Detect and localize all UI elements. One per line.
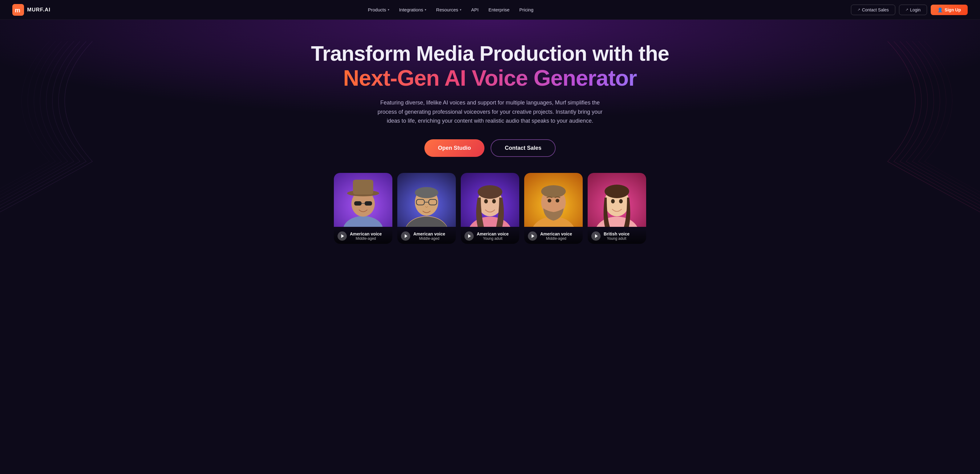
svg-point-30 — [541, 185, 566, 198]
hero-title: Transform Media Production with the Next… — [6, 41, 974, 91]
card-voice-type-2: American voice — [413, 231, 445, 236]
svg-point-25 — [492, 199, 496, 203]
logo[interactable]: m MURF.AI — [12, 4, 51, 16]
hero-cta: Open Studio Contact Sales — [6, 139, 974, 157]
voice-card-3: American voice Young adult — [461, 173, 519, 244]
svg-point-24 — [484, 199, 488, 203]
card-avatar-3 — [461, 173, 519, 227]
login-arrow-icon: ↗ — [905, 8, 908, 12]
chevron-down-icon: ▾ — [388, 8, 389, 11]
card-voice-type-4: American voice — [540, 231, 572, 236]
open-studio-button[interactable]: Open Studio — [425, 139, 484, 157]
svg-point-37 — [605, 185, 629, 198]
play-icon-5 — [595, 234, 598, 238]
voice-card-1: American voice Middle-aged — [334, 173, 392, 244]
card-footer-5: British voice Young adult — [588, 228, 646, 244]
play-icon-4 — [531, 234, 535, 238]
signup-label: Sign Up — [945, 7, 961, 12]
nav-links: Products▾Integrations▾Resources▾APIEnter… — [368, 7, 533, 12]
card-footer-1: American voice Middle-aged — [334, 228, 392, 244]
play-icon-2 — [405, 234, 407, 238]
contact-sales-button[interactable]: ↗ Contact Sales — [851, 5, 895, 15]
svg-text:m: m — [15, 7, 20, 14]
card-voice-type-1: American voice — [350, 231, 382, 236]
play-icon-3 — [468, 234, 471, 238]
chevron-down-icon: ▾ — [425, 8, 426, 11]
chevron-down-icon: ▾ — [460, 8, 461, 11]
card-info-1: American voice Middle-aged — [350, 231, 382, 241]
play-button-2[interactable] — [401, 231, 410, 241]
card-footer-4: American voice Middle-aged — [524, 228, 583, 244]
nav-link-pricing[interactable]: Pricing — [519, 7, 533, 12]
hero-title-white: Transform Media Production with the — [311, 41, 669, 65]
card-footer-2: American voice Middle-aged — [397, 228, 456, 244]
card-footer-3: American voice Young adult — [461, 228, 519, 244]
svg-rect-8 — [354, 201, 361, 206]
card-voice-age-1: Middle-aged — [350, 236, 382, 241]
murf-logo-icon: m — [12, 4, 24, 16]
nav-link-api[interactable]: API — [471, 7, 479, 12]
card-info-3: American voice Young adult — [477, 231, 509, 241]
svg-point-31 — [547, 199, 551, 203]
card-voice-age-4: Middle-aged — [540, 236, 572, 241]
brand-name: MURF.AI — [27, 7, 51, 13]
card-avatar-2 — [397, 173, 456, 227]
card-voice-type-5: British voice — [604, 231, 630, 236]
play-button-1[interactable] — [337, 231, 347, 241]
external-link-icon: ↗ — [858, 8, 860, 12]
card-voice-age-2: Middle-aged — [413, 236, 445, 241]
svg-point-38 — [611, 199, 615, 203]
card-info-2: American voice Middle-aged — [413, 231, 445, 241]
svg-point-39 — [619, 199, 623, 203]
svg-point-15 — [415, 187, 438, 198]
play-button-5[interactable] — [591, 231, 601, 241]
card-voice-type-3: American voice — [477, 231, 509, 236]
card-avatar-5 — [588, 173, 646, 227]
voice-card-4: American voice Middle-aged — [524, 173, 583, 244]
play-button-4[interactable] — [528, 231, 537, 241]
card-voice-age-3: Young adult — [477, 236, 509, 241]
svg-rect-9 — [365, 201, 372, 206]
nav-link-products[interactable]: Products▾ — [368, 7, 389, 12]
voice-cards-container: American voice Middle-aged — [6, 173, 974, 244]
signup-button[interactable]: 👤 Sign Up — [931, 5, 968, 15]
card-avatar-4 — [524, 173, 583, 227]
contact-sales-label: Contact Sales — [862, 7, 889, 12]
navbar: m MURF.AI Products▾Integrations▾Resource… — [0, 0, 980, 20]
user-icon: 👤 — [937, 7, 943, 12]
nav-actions: ↗ Contact Sales ↗ Login 👤 Sign Up — [851, 5, 968, 15]
voice-card-2: American voice Middle-aged — [397, 173, 456, 244]
login-button[interactable]: ↗ Login — [899, 5, 927, 15]
login-label: Login — [910, 7, 921, 12]
play-button-3[interactable] — [465, 231, 474, 241]
card-info-4: American voice Middle-aged — [540, 231, 572, 241]
svg-rect-7 — [353, 180, 373, 195]
voice-card-5: British voice Young adult — [588, 173, 646, 244]
svg-point-32 — [555, 199, 559, 203]
hero-section: Transform Media Production with the Next… — [0, 20, 980, 254]
card-info-5: British voice Young adult — [604, 231, 630, 241]
card-avatar-1 — [334, 173, 392, 227]
svg-point-23 — [478, 185, 502, 199]
nav-link-enterprise[interactable]: Enterprise — [488, 7, 509, 12]
card-voice-age-5: Young adult — [604, 236, 630, 241]
contact-sales-hero-button[interactable]: Contact Sales — [491, 139, 555, 157]
nav-link-integrations[interactable]: Integrations▾ — [399, 7, 426, 12]
hero-subtitle: Featuring diverse, lifelike AI voices an… — [373, 98, 607, 126]
hero-title-gradient: Next-Gen AI Voice Generator — [343, 65, 636, 90]
nav-link-resources[interactable]: Resources▾ — [436, 7, 461, 12]
play-icon-1 — [341, 234, 344, 238]
